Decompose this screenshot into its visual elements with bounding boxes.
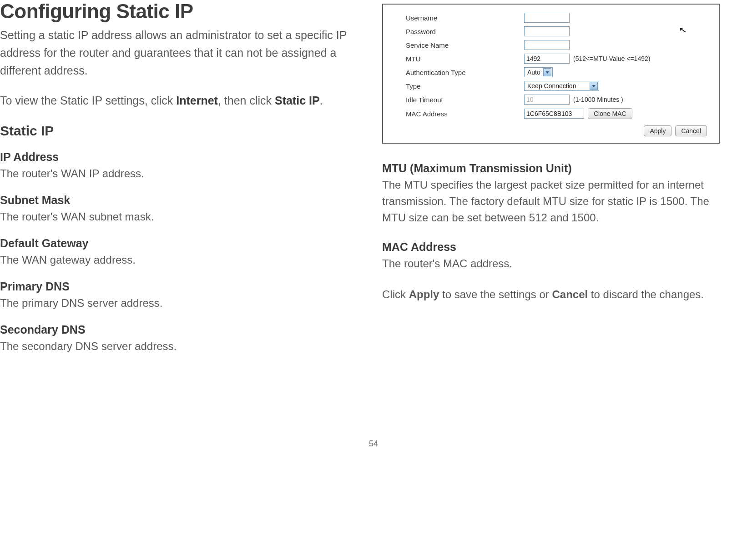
nav-instruction: To view the Static IP settings, click In… (0, 92, 364, 110)
apply-text: Click (382, 288, 409, 300)
chevron-down-icon (543, 68, 551, 76)
type-row: Type Keep Connection (406, 81, 707, 91)
service-name-row: Service Name (406, 40, 707, 50)
mtu-row: MTU (512<=MTU Value <=1492) (406, 54, 707, 64)
settings-panel: ↖ Username Password Service Name MTU (51… (382, 4, 720, 144)
intro-paragraph: Setting a static IP address allows an ad… (0, 26, 364, 79)
service-name-label: Service Name (406, 41, 524, 49)
page-number: 54 (0, 439, 747, 449)
clone-mac-button[interactable]: Clone MAC (588, 108, 632, 119)
right-column: ↖ Username Password Service Name MTU (51… (382, 0, 738, 357)
left-column: Configuring Static IP Setting a static I… (0, 0, 364, 357)
apply-text: to discard the changes. (588, 288, 704, 300)
secondary-dns-title: Secondary DNS (0, 323, 364, 336)
nav-text: . (320, 94, 323, 107)
username-row: Username (406, 13, 707, 23)
cancel-button[interactable]: Cancel (675, 125, 707, 136)
mtu-label: MTU (406, 55, 524, 63)
nav-text: To view the Static IP settings, click (0, 94, 176, 107)
primary-dns-desc: The primary DNS server address. (0, 295, 364, 311)
nav-text: , then click (218, 94, 275, 107)
mtu-hint: (512<=MTU Value <=1492) (573, 55, 650, 62)
type-label: Type (406, 82, 524, 90)
field-block: Secondary DNS The secondary DNS server a… (0, 323, 364, 355)
primary-dns-title: Primary DNS (0, 280, 364, 293)
chevron-down-icon (590, 82, 598, 90)
static-ip-label: Static IP (275, 94, 320, 107)
apply-instruction: Click Apply to save the settings or Canc… (382, 286, 720, 303)
internet-label: Internet (176, 94, 218, 107)
idle-timeout-label: Idle Timeout (406, 96, 524, 104)
subnet-mask-title: Subnet Mask (0, 194, 364, 207)
field-block: IP Address The router's WAN IP address. (0, 150, 364, 182)
apply-button[interactable]: Apply (644, 125, 671, 136)
auth-type-row: Authentication Type Auto (406, 67, 707, 77)
auth-type-label: Authentication Type (406, 69, 524, 76)
field-block: Default Gateway The WAN gateway address. (0, 237, 364, 268)
apply-bold: Apply (409, 288, 439, 300)
mac-address-label: MAC Address (406, 110, 524, 118)
field-block: Primary DNS The primary DNS server addre… (0, 280, 364, 311)
default-gateway-title: Default Gateway (0, 237, 364, 250)
mtu-section-title: MTU (Maximum Transmission Unit) (382, 162, 720, 175)
section-heading: Static IP (0, 123, 364, 139)
field-block: Subnet Mask The router's WAN subnet mask… (0, 194, 364, 225)
mac-section-title: MAC Address (382, 240, 720, 254)
mac-address-row: MAC Address Clone MAC (406, 108, 707, 119)
mouse-cursor-icon: ↖ (678, 24, 688, 36)
password-row: Password (406, 26, 707, 36)
secondary-dns-desc: The secondary DNS server address. (0, 338, 364, 355)
cancel-bold: Cancel (552, 288, 588, 300)
idle-timeout-hint: (1-1000 Minutes ) (573, 96, 623, 103)
page-title: Configuring Static IP (0, 0, 364, 23)
idle-timeout-input (524, 95, 570, 105)
ip-address-desc: The router's WAN IP address. (0, 165, 364, 182)
auth-type-value: Auto (527, 69, 540, 76)
ip-address-title: IP Address (0, 150, 364, 164)
service-name-input[interactable] (524, 40, 570, 50)
right-text-block: MTU (Maximum Transmission Unit) The MTU … (382, 162, 720, 303)
apply-text: to save the settings or (439, 288, 552, 300)
type-select[interactable]: Keep Connection (524, 81, 599, 91)
subnet-mask-desc: The router's WAN subnet mask. (0, 209, 364, 225)
mtu-input[interactable] (524, 54, 570, 64)
type-value: Keep Connection (527, 82, 576, 90)
auth-type-select[interactable]: Auto (524, 67, 553, 77)
password-input[interactable] (524, 26, 570, 36)
mac-section-desc: The router's MAC address. (382, 255, 720, 272)
default-gateway-desc: The WAN gateway address. (0, 252, 364, 268)
mtu-section-desc: The MTU specifies the largest packet siz… (382, 177, 720, 226)
username-input[interactable] (524, 13, 570, 23)
password-label: Password (406, 28, 524, 35)
mac-address-input[interactable] (524, 109, 584, 119)
idle-timeout-row: Idle Timeout (1-1000 Minutes ) (406, 95, 707, 105)
action-row: Apply Cancel (406, 125, 707, 136)
username-label: Username (406, 14, 524, 22)
